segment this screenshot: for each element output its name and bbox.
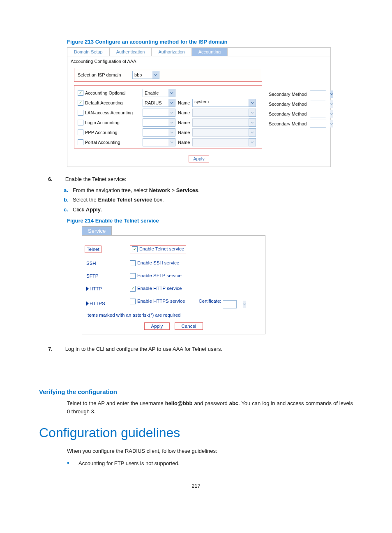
chevron-down-icon bbox=[168, 139, 175, 146]
checkbox-ppp[interactable]: ✓ bbox=[78, 130, 83, 135]
cancel-button[interactable]: Cancel bbox=[175, 322, 203, 330]
label-default-accounting: Default Accounting bbox=[85, 100, 143, 105]
checkbox-portal[interactable]: ✓ bbox=[78, 139, 83, 145]
dd-lan-access[interactable] bbox=[143, 109, 175, 117]
sec-dd-lan[interactable] bbox=[310, 100, 326, 108]
checkbox-default-accounting[interactable]: ✓ bbox=[78, 100, 83, 106]
fig214-tabs: Service bbox=[82, 226, 265, 235]
tab-domain-setup[interactable]: Domain Setup bbox=[67, 48, 110, 56]
step-6: 6. Enable the Telnet service: bbox=[48, 176, 353, 182]
tab-service[interactable]: Service bbox=[82, 226, 112, 235]
checkbox-ssh-service[interactable]: ✓ bbox=[130, 260, 136, 266]
chevron-down-icon bbox=[168, 119, 175, 126]
required-note: Items marked with an asterisk(*) are req… bbox=[82, 312, 265, 320]
label-sftp-service: Enable SFTP service bbox=[137, 273, 182, 278]
checkbox-sftp-service[interactable]: ✓ bbox=[130, 273, 136, 279]
name-input-login[interactable] bbox=[192, 118, 249, 127]
dd-accounting-optional-value: Enable bbox=[143, 90, 168, 95]
checkbox-accounting-optional[interactable]: ✓ bbox=[78, 90, 83, 96]
service-row-http: HTTP ✓Enable HTTP service bbox=[82, 283, 265, 295]
chevron-down-icon bbox=[168, 99, 175, 107]
chevron-down-icon bbox=[249, 139, 256, 146]
step-6a: a.From the navigation tree, select Netwo… bbox=[64, 185, 353, 195]
name-label: Name bbox=[178, 110, 190, 115]
row-default-accounting: ✓ Default Accounting RADIUS Name system bbox=[78, 98, 258, 108]
step-7-number: 7. bbox=[48, 346, 64, 352]
chevron-down-icon bbox=[168, 129, 175, 136]
name-label: Name bbox=[178, 140, 190, 145]
label-ppp: PPP Accounting bbox=[85, 130, 143, 135]
name-dd-login[interactable] bbox=[249, 118, 256, 127]
name-input-default[interactable]: system bbox=[192, 99, 249, 107]
certificate-label: Certificate: bbox=[199, 299, 221, 304]
row-accounting-optional: ✓ Accounting Optional Enable bbox=[78, 88, 258, 98]
config-guidelines-heading: Configuration guidelines bbox=[39, 425, 353, 440]
sec-label: Secondary Method bbox=[269, 92, 310, 97]
sec-dd-login[interactable] bbox=[310, 110, 326, 118]
step-7-text: Log in to the CLI and configure the AP t… bbox=[65, 346, 223, 352]
sec-default: Secondary Method bbox=[269, 89, 326, 99]
service-name-https: HTTPS bbox=[90, 301, 105, 306]
checkbox-https-service[interactable]: ✓ bbox=[130, 299, 136, 304]
service-name-sftp: SFTP bbox=[82, 270, 126, 283]
service-name-http: HTTP bbox=[90, 286, 102, 291]
chevron-down-icon bbox=[249, 99, 256, 107]
dd-login[interactable] bbox=[143, 118, 175, 127]
name-dd-ppp[interactable] bbox=[249, 128, 256, 137]
chevron-down-icon bbox=[152, 71, 159, 79]
label-portal: Portal Accounting bbox=[85, 140, 143, 145]
dd-accounting-optional[interactable]: Enable bbox=[143, 89, 175, 97]
tab-authentication[interactable]: Authentication bbox=[110, 48, 152, 56]
row-ppp-accounting: ✓ PPP Accounting Name bbox=[78, 127, 258, 137]
name-dd-portal[interactable] bbox=[249, 138, 256, 146]
certificate-dropdown[interactable] bbox=[223, 300, 237, 308]
label-accounting-optional: Accounting Optional bbox=[85, 90, 143, 95]
page-number: 217 bbox=[39, 483, 353, 489]
checkbox-telnet-service[interactable]: ✓ bbox=[132, 246, 138, 252]
chevron-down-icon bbox=[243, 301, 246, 308]
service-row-ssh: SSH ✓Enable SSH service bbox=[82, 257, 265, 270]
checkbox-lan-access[interactable]: ✓ bbox=[78, 110, 83, 116]
verifying-heading: Verifying the configuration bbox=[39, 388, 353, 395]
apply-button[interactable]: Apply bbox=[189, 155, 209, 162]
name-input-ppp[interactable] bbox=[192, 128, 249, 137]
isp-domain-value: bbb bbox=[133, 72, 152, 77]
dd-default-accounting[interactable]: RADIUS bbox=[143, 99, 175, 107]
checkbox-login[interactable]: ✓ bbox=[78, 120, 83, 125]
step-7: 7. Log in to the CLI and configure the A… bbox=[48, 346, 353, 352]
step-6-text: Enable the Telnet service: bbox=[65, 176, 127, 182]
name-label: Name bbox=[178, 100, 190, 105]
name-dd-lan[interactable] bbox=[249, 109, 256, 117]
name-label: Name bbox=[178, 130, 190, 135]
sec-dd-ppp[interactable] bbox=[310, 120, 326, 128]
apply-button[interactable]: Apply bbox=[144, 322, 170, 330]
dd-portal[interactable] bbox=[143, 138, 175, 146]
name-input-portal[interactable] bbox=[192, 138, 249, 146]
row-lan-access: ✓ LAN-access Accounting Name bbox=[78, 108, 258, 118]
name-dd-default[interactable] bbox=[249, 99, 256, 107]
secondary-method-column: Secondary Method Secondary Method Second… bbox=[269, 79, 326, 153]
chevron-down-icon bbox=[249, 129, 256, 136]
figure-213: Domain Setup Authentication Authorizatio… bbox=[67, 47, 331, 167]
fig213-tabs: Domain Setup Authentication Authorizatio… bbox=[67, 48, 330, 56]
service-row-https: HTTPS ✓Enable HTTPS service Certificate: bbox=[82, 295, 265, 312]
expand-icon[interactable] bbox=[86, 287, 89, 291]
fig213-section-label: Accounting Configuration of AAA bbox=[67, 56, 330, 66]
isp-domain-dropdown[interactable]: bbb bbox=[132, 71, 159, 79]
expand-icon[interactable] bbox=[86, 301, 89, 306]
step-6-sublist: a.From the navigation tree, select Netwo… bbox=[64, 185, 353, 214]
figure-213-caption: Figure 213 Configure an accounting metho… bbox=[67, 39, 353, 45]
name-label: Name bbox=[178, 120, 190, 125]
tab-accounting[interactable]: Accounting bbox=[192, 48, 228, 56]
dd-ppp[interactable] bbox=[143, 128, 175, 137]
checkbox-http-service[interactable]: ✓ bbox=[130, 286, 136, 292]
row-portal-accounting: ✓ Portal Accounting Name bbox=[78, 137, 258, 147]
chevron-down-icon bbox=[168, 89, 175, 97]
service-name-ssh: SSH bbox=[82, 257, 126, 270]
name-input-lan[interactable] bbox=[192, 109, 249, 117]
step-6b: b.Select the Enable Telnet service box. bbox=[64, 195, 353, 204]
tab-authorization[interactable]: Authorization bbox=[152, 48, 191, 56]
sec-label: Secondary Method bbox=[269, 111, 310, 116]
sec-dd-default[interactable] bbox=[310, 90, 326, 98]
isp-domain-label: Select an ISP domain bbox=[78, 72, 131, 77]
